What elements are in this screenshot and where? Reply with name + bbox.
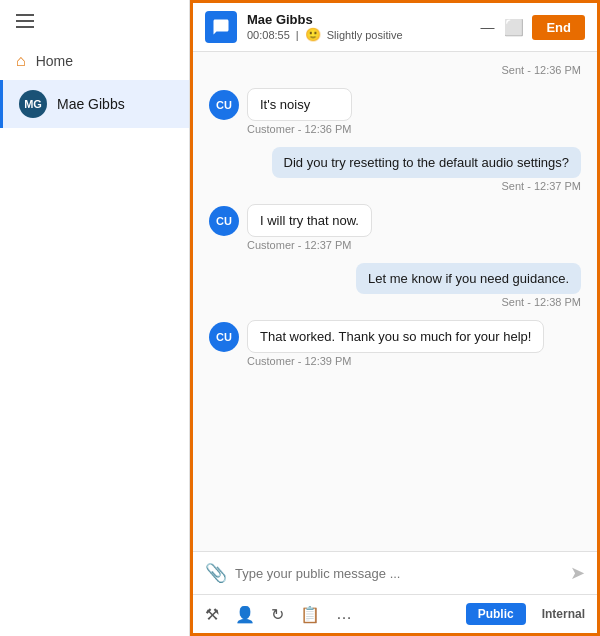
more-icon[interactable]: … <box>336 605 352 623</box>
sentiment-icon: 🙂 <box>305 27 321 42</box>
chat-input[interactable] <box>235 566 562 581</box>
sent-time-3: Sent - 12:38 PM <box>502 296 582 308</box>
transfer-icon[interactable]: ↻ <box>271 605 284 624</box>
chat-messages: Sent - 12:36 PM CU It's noisy Customer -… <box>193 52 597 551</box>
sidebar-item-home[interactable]: ⌂ Home <box>0 42 189 80</box>
sent-time-1: Sent - 12:36 PM <box>209 64 581 76</box>
chat-icon <box>205 11 237 43</box>
chat-header-info: Mae Gibbs 00:08:55 | 🙂 Slightly positive <box>247 12 470 42</box>
sentiment-label: Slightly positive <box>327 29 403 41</box>
sidebar-item-contact[interactable]: MG Mae Gibbs <box>0 80 189 128</box>
home-icon: ⌂ <box>16 52 26 70</box>
separator: | <box>296 29 299 41</box>
customer-time-1: Customer - 12:36 PM <box>247 123 352 135</box>
quick-replies-icon[interactable]: ⚒ <box>205 605 219 624</box>
customer-bubble-2: I will try that now. <box>247 204 372 237</box>
chat-toolbar: ⚒ 👤 ↻ 📋 … Public Internal <box>193 594 597 633</box>
chat-header-meta: 00:08:55 | 🙂 Slightly positive <box>247 27 470 42</box>
sidebar-nav: ⌂ Home MG Mae Gibbs <box>0 42 189 128</box>
customer-avatar-3: CU <box>209 322 239 352</box>
internal-button[interactable]: Internal <box>542 607 585 621</box>
sidebar-header <box>0 0 189 42</box>
chat-header: Mae Gibbs 00:08:55 | 🙂 Slightly positive… <box>193 3 597 52</box>
customer-avatar-2: CU <box>209 206 239 236</box>
hamburger-icon[interactable] <box>16 14 34 28</box>
send-icon[interactable]: ➤ <box>570 562 585 584</box>
avatar: MG <box>19 90 47 118</box>
contact-name: Mae Gibbs <box>57 96 125 112</box>
public-button[interactable]: Public <box>466 603 526 625</box>
customer-time-2: Customer - 12:37 PM <box>247 239 372 251</box>
attach-icon[interactable]: 📎 <box>205 562 227 584</box>
sent-time-2: Sent - 12:37 PM <box>502 180 582 192</box>
chat-panel: Mae Gibbs 00:08:55 | 🙂 Slightly positive… <box>190 0 600 636</box>
agent-bubble-1: Did you try resetting to the default aud… <box>272 147 581 178</box>
chat-input-area: 📎 ➤ <box>193 551 597 594</box>
customer-time-3: Customer - 12:39 PM <box>247 355 544 367</box>
customer-bubble-1: It's noisy <box>247 88 352 121</box>
end-button[interactable]: End <box>532 15 585 40</box>
chat-input-row: 📎 ➤ <box>205 562 585 584</box>
notes-icon[interactable]: 📋 <box>300 605 320 624</box>
home-label: Home <box>36 53 73 69</box>
customer-avatar-1: CU <box>209 90 239 120</box>
customer-bubble-3: That worked. Thank you so much for your … <box>247 320 544 353</box>
message-1: CU It's noisy Customer - 12:36 PM <box>209 88 581 135</box>
message-4: Let me know if you need guidance. Sent -… <box>209 263 581 308</box>
minimize-icon[interactable]: — <box>480 19 494 35</box>
chat-header-actions: — ⬜ End <box>480 15 585 40</box>
monitor-icon[interactable]: ⬜ <box>504 18 524 37</box>
agent-bubble-2: Let me know if you need guidance. <box>356 263 581 294</box>
message-3: CU I will try that now. Customer - 12:37… <box>209 204 581 251</box>
chat-timer: 00:08:55 <box>247 29 290 41</box>
chat-contact-name: Mae Gibbs <box>247 12 470 27</box>
contact-icon[interactable]: 👤 <box>235 605 255 624</box>
message-5: CU That worked. Thank you so much for yo… <box>209 320 581 367</box>
message-2: Did you try resetting to the default aud… <box>209 147 581 192</box>
sidebar: ⌂ Home MG Mae Gibbs <box>0 0 190 636</box>
